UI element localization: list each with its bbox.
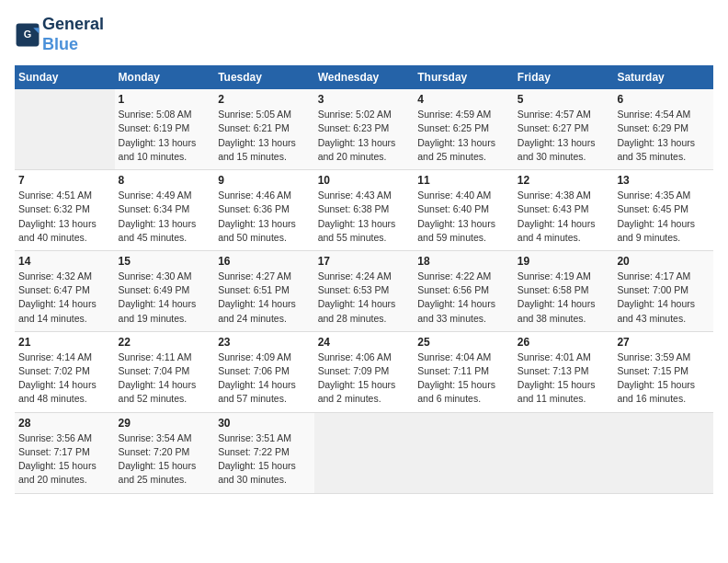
day-number: 14: [18, 255, 111, 268]
weekday-header: Sunday: [15, 65, 115, 89]
day-number: 24: [318, 336, 411, 349]
calendar-cell: 26Sunrise: 4:01 AMSunset: 7:13 PMDayligh…: [514, 331, 614, 412]
day-number: 3: [318, 93, 411, 106]
day-number: 30: [218, 417, 311, 430]
calendar-cell: 12Sunrise: 4:38 AMSunset: 6:43 PMDayligh…: [514, 170, 614, 251]
calendar-table: SundayMondayTuesdayWednesdayThursdayFrid…: [15, 65, 713, 493]
day-info: Sunrise: 4:09 AMSunset: 7:06 PMDaylight:…: [218, 350, 311, 407]
weekday-header: Friday: [514, 65, 614, 89]
calendar-week-row: 28Sunrise: 3:56 AMSunset: 7:17 PMDayligh…: [15, 412, 713, 493]
day-number: 1: [119, 93, 211, 106]
day-info: Sunrise: 4:35 AMSunset: 6:45 PMDaylight:…: [617, 189, 710, 245]
day-number: 21: [18, 336, 111, 349]
day-info: Sunrise: 4:43 AMSunset: 6:38 PMDaylight:…: [318, 189, 411, 245]
calendar-cell: [514, 412, 614, 493]
day-info: Sunrise: 5:08 AMSunset: 6:19 PMDaylight:…: [119, 108, 211, 164]
calendar-cell: 25Sunrise: 4:04 AMSunset: 7:11 PMDayligh…: [414, 331, 514, 412]
day-info: Sunrise: 4:32 AMSunset: 6:47 PMDaylight:…: [18, 270, 111, 326]
calendar-cell: [414, 412, 514, 493]
day-info: Sunrise: 4:06 AMSunset: 7:09 PMDaylight:…: [318, 350, 411, 407]
calendar-week-row: 1Sunrise: 5:08 AMSunset: 6:19 PMDaylight…: [15, 89, 713, 169]
svg-text:G: G: [24, 29, 31, 40]
calendar-week-row: 7Sunrise: 4:51 AMSunset: 6:32 PMDaylight…: [15, 170, 713, 251]
day-number: 18: [417, 255, 510, 268]
day-info: Sunrise: 3:59 AMSunset: 7:15 PMDaylight:…: [617, 350, 710, 407]
day-number: 26: [518, 336, 610, 349]
calendar-cell: 7Sunrise: 4:51 AMSunset: 6:32 PMDaylight…: [15, 170, 115, 251]
day-info: Sunrise: 4:57 AMSunset: 6:27 PMDaylight:…: [518, 108, 610, 164]
calendar-cell: 5Sunrise: 4:57 AMSunset: 6:27 PMDaylight…: [514, 89, 614, 169]
weekday-header: Tuesday: [214, 65, 314, 89]
day-info: Sunrise: 4:11 AMSunset: 7:04 PMDaylight:…: [119, 350, 211, 407]
day-number: 17: [318, 255, 411, 268]
day-info: Sunrise: 4:01 AMSunset: 7:13 PMDaylight:…: [518, 350, 610, 407]
page-header: G GeneralBlue: [15, 15, 713, 54]
calendar-cell: [15, 89, 115, 169]
day-info: Sunrise: 4:24 AMSunset: 6:53 PMDaylight:…: [318, 270, 411, 326]
day-info: Sunrise: 4:38 AMSunset: 6:43 PMDaylight:…: [518, 189, 610, 245]
weekday-row: SundayMondayTuesdayWednesdayThursdayFrid…: [15, 65, 713, 89]
day-info: Sunrise: 3:51 AMSunset: 7:22 PMDaylight:…: [218, 431, 311, 488]
day-info: Sunrise: 4:19 AMSunset: 6:58 PMDaylight:…: [518, 270, 610, 326]
day-number: 19: [518, 255, 610, 268]
weekday-header: Thursday: [414, 65, 514, 89]
logo-text: GeneralBlue: [42, 15, 104, 54]
day-info: Sunrise: 4:59 AMSunset: 6:25 PMDaylight:…: [417, 108, 510, 164]
calendar-week-row: 14Sunrise: 4:32 AMSunset: 6:47 PMDayligh…: [15, 250, 713, 331]
weekday-header: Wednesday: [314, 65, 415, 89]
calendar-cell: 3Sunrise: 5:02 AMSunset: 6:23 PMDaylight…: [314, 89, 415, 169]
day-info: Sunrise: 3:56 AMSunset: 7:17 PMDaylight:…: [18, 431, 111, 488]
day-number: 27: [617, 336, 710, 349]
day-info: Sunrise: 4:04 AMSunset: 7:11 PMDaylight:…: [417, 350, 510, 407]
day-number: 13: [617, 174, 710, 187]
day-number: 28: [18, 417, 111, 430]
day-info: Sunrise: 3:54 AMSunset: 7:20 PMDaylight:…: [119, 431, 211, 488]
calendar-cell: [613, 412, 713, 493]
calendar-cell: 28Sunrise: 3:56 AMSunset: 7:17 PMDayligh…: [15, 412, 115, 493]
day-number: 4: [417, 93, 510, 106]
day-number: 10: [318, 174, 411, 187]
calendar-cell: 30Sunrise: 3:51 AMSunset: 7:22 PMDayligh…: [214, 412, 314, 493]
calendar-cell: 15Sunrise: 4:30 AMSunset: 6:49 PMDayligh…: [115, 250, 215, 331]
calendar-cell: 2Sunrise: 5:05 AMSunset: 6:21 PMDaylight…: [214, 89, 314, 169]
calendar-cell: 23Sunrise: 4:09 AMSunset: 7:06 PMDayligh…: [214, 331, 314, 412]
day-number: 7: [18, 174, 111, 187]
day-info: Sunrise: 4:27 AMSunset: 6:51 PMDaylight:…: [218, 270, 311, 326]
calendar-cell: 20Sunrise: 4:17 AMSunset: 7:00 PMDayligh…: [613, 250, 713, 331]
calendar-cell: 18Sunrise: 4:22 AMSunset: 6:56 PMDayligh…: [414, 250, 514, 331]
day-number: 6: [617, 93, 710, 106]
calendar-cell: 19Sunrise: 4:19 AMSunset: 6:58 PMDayligh…: [514, 250, 614, 331]
calendar-cell: 8Sunrise: 4:49 AMSunset: 6:34 PMDaylight…: [115, 170, 215, 251]
day-info: Sunrise: 4:22 AMSunset: 6:56 PMDaylight:…: [417, 270, 510, 326]
calendar-cell: 29Sunrise: 3:54 AMSunset: 7:20 PMDayligh…: [115, 412, 215, 493]
calendar-cell: 27Sunrise: 3:59 AMSunset: 7:15 PMDayligh…: [613, 331, 713, 412]
logo-icon: G: [15, 22, 40, 48]
calendar-cell: 1Sunrise: 5:08 AMSunset: 6:19 PMDaylight…: [115, 89, 215, 169]
day-number: 12: [518, 174, 610, 187]
calendar-cell: 21Sunrise: 4:14 AMSunset: 7:02 PMDayligh…: [15, 331, 115, 412]
calendar-cell: 6Sunrise: 4:54 AMSunset: 6:29 PMDaylight…: [613, 89, 713, 169]
day-info: Sunrise: 4:17 AMSunset: 7:00 PMDaylight:…: [617, 270, 710, 326]
calendar-cell: 24Sunrise: 4:06 AMSunset: 7:09 PMDayligh…: [314, 331, 415, 412]
day-info: Sunrise: 4:54 AMSunset: 6:29 PMDaylight:…: [617, 108, 710, 164]
day-number: 25: [417, 336, 510, 349]
calendar-cell: 13Sunrise: 4:35 AMSunset: 6:45 PMDayligh…: [613, 170, 713, 251]
calendar-cell: [314, 412, 415, 493]
calendar-header: SundayMondayTuesdayWednesdayThursdayFrid…: [15, 65, 713, 89]
day-info: Sunrise: 5:05 AMSunset: 6:21 PMDaylight:…: [218, 108, 311, 164]
calendar-cell: 10Sunrise: 4:43 AMSunset: 6:38 PMDayligh…: [314, 170, 415, 251]
calendar-cell: 17Sunrise: 4:24 AMSunset: 6:53 PMDayligh…: [314, 250, 415, 331]
day-number: 16: [218, 255, 311, 268]
calendar-cell: 14Sunrise: 4:32 AMSunset: 6:47 PMDayligh…: [15, 250, 115, 331]
day-number: 2: [218, 93, 311, 106]
calendar-cell: 4Sunrise: 4:59 AMSunset: 6:25 PMDaylight…: [414, 89, 514, 169]
day-number: 15: [119, 255, 211, 268]
day-number: 23: [218, 336, 311, 349]
logo: G GeneralBlue: [15, 15, 104, 54]
day-info: Sunrise: 4:40 AMSunset: 6:40 PMDaylight:…: [417, 189, 510, 245]
calendar-cell: 22Sunrise: 4:11 AMSunset: 7:04 PMDayligh…: [115, 331, 215, 412]
weekday-header: Monday: [115, 65, 215, 89]
day-number: 8: [119, 174, 211, 187]
calendar-body: 1Sunrise: 5:08 AMSunset: 6:19 PMDaylight…: [15, 89, 713, 493]
day-number: 29: [119, 417, 211, 430]
